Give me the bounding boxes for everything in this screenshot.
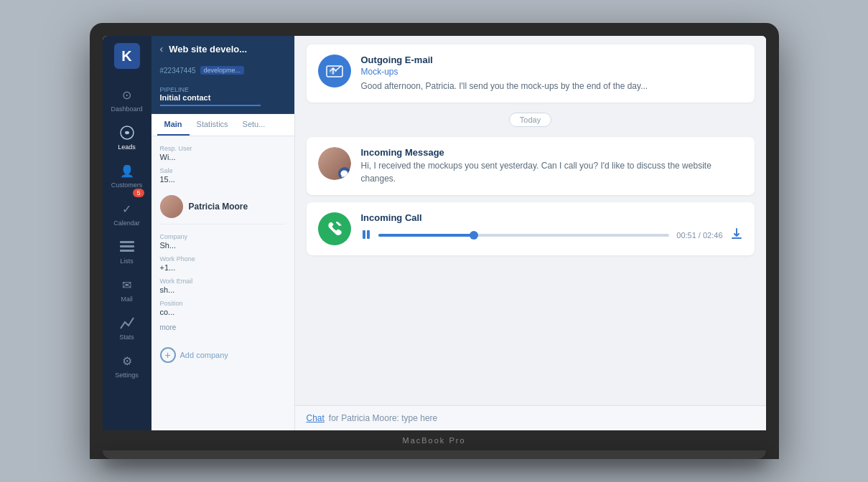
svg-rect-2 (120, 245, 134, 247)
svg-rect-1 (120, 241, 134, 243)
pipeline-label: Pipeline (160, 86, 286, 93)
company-field: Company Sh... (160, 233, 286, 250)
sidebar-item-dashboard[interactable]: ⊙ Dashboard (103, 80, 151, 118)
position-label: Position (160, 300, 286, 307)
chat-placeholder[interactable]: for Patricia Moore: type here (329, 413, 755, 423)
pipeline-underline (160, 105, 261, 106)
sidebar-item-lists[interactable]: Lists (103, 232, 151, 270)
add-circle-icon: + (160, 347, 176, 363)
crm-fields: Resp. user Wi... Sale 15... Patricia Moo… (151, 136, 294, 341)
work-phone-label: Work phone (160, 255, 286, 263)
call-activity-card: Incoming Call (307, 202, 755, 255)
svg-rect-3 (120, 250, 134, 252)
svg-rect-6 (363, 230, 365, 239)
resp-user-field: Resp. user Wi... (160, 145, 286, 161)
more-link[interactable]: more (160, 322, 286, 333)
settings-icon: ⚙ (118, 352, 136, 369)
pause-button[interactable] (361, 230, 371, 242)
resp-user-label: Resp. user (160, 145, 286, 152)
position-value: co... (160, 308, 286, 316)
sidebar-item-leads[interactable]: Leads (103, 118, 151, 156)
audio-progress-track[interactable] (378, 234, 670, 237)
sidebar-item-stats[interactable]: Stats (103, 308, 151, 346)
dashboard-icon: ⊙ (118, 86, 136, 103)
email-subtitle[interactable]: Mock-ups (361, 67, 743, 77)
work-email-value: sh... (160, 285, 286, 294)
tab-statistics[interactable]: Statistics (190, 114, 235, 136)
tab-setup[interactable]: Setu... (235, 114, 273, 136)
today-divider: Today (307, 110, 755, 130)
crm-header: ‹ Web site develo... (151, 36, 294, 62)
audio-progress-thumb (470, 231, 478, 240)
crm-tabs: Main Statistics Setu... (151, 114, 294, 136)
logo-k: K (121, 48, 131, 65)
sale-field: Sale 15... (160, 167, 286, 184)
call-title: Incoming Call (361, 212, 743, 223)
sale-label: Sale (160, 167, 286, 174)
sidebar-item-calendar[interactable]: 5 ✓ Calendar (103, 194, 151, 232)
audio-progress-fill (378, 234, 475, 237)
sidebar-item-mail[interactable]: ✉ Mail (103, 270, 151, 308)
messenger-text: Hi, I received the mockups you sent yest… (361, 159, 743, 185)
crm-panel: ‹ Web site develo... #22347445 developme… (151, 36, 295, 430)
messenger-badge-icon (338, 167, 351, 180)
email-content: Outgoing E-mail Mock-ups Good afternoon,… (361, 55, 743, 93)
company-value: Sh... (160, 241, 286, 250)
laptop-bottom (103, 450, 766, 459)
pipeline-value: Initial contact (160, 93, 286, 102)
mail-icon: ✉ (118, 276, 136, 293)
tab-main[interactable]: Main (157, 114, 190, 136)
resp-user-value: Wi... (160, 153, 286, 161)
customers-icon: 👤 (118, 162, 136, 179)
work-phone-field: Work phone +1... (160, 255, 286, 272)
chat-input-bar: Chat for Patricia Moore: type here (295, 405, 766, 430)
calendar-icon: ✓ (118, 200, 136, 217)
call-content: Incoming Call (361, 212, 743, 243)
sidebar-item-customers[interactable]: 👤 Customers (103, 156, 151, 194)
today-badge: Today (509, 113, 551, 127)
activity-panel: Outgoing E-mail Mock-ups Good afternoon,… (295, 36, 766, 430)
avatar (160, 195, 183, 218)
contact-name[interactable]: Patricia Moore (189, 202, 248, 212)
email-icon (318, 55, 351, 88)
sidebar: K ⊙ Dashboard Leads 👤 Customers (103, 36, 151, 430)
svg-rect-8 (732, 237, 742, 239)
calendar-badge: 5 (133, 189, 144, 197)
main-area: ‹ Web site develo... #22347445 developme… (151, 36, 766, 430)
add-company-button[interactable]: + Add company (151, 341, 294, 369)
company-label: Company (160, 233, 286, 240)
crm-id: #22347445 (160, 67, 196, 75)
sidebar-item-settings[interactable]: ⚙ Settings (103, 346, 151, 384)
work-email-field: Work email sh... (160, 278, 286, 294)
leads-icon (118, 124, 136, 141)
audio-player: 00:51 / 02:46 (361, 227, 743, 243)
position-field: Position co... (160, 300, 286, 316)
stats-icon (118, 314, 136, 331)
svg-rect-7 (367, 230, 370, 239)
back-arrow[interactable]: ‹ (160, 43, 164, 55)
audio-time: 00:51 / 02:46 (676, 231, 722, 240)
activity-feed: Outgoing E-mail Mock-ups Good afternoon,… (295, 36, 766, 405)
messenger-avatar (318, 147, 351, 180)
messenger-title: Incoming Message (361, 147, 743, 158)
laptop-brand: MacBook Pro (402, 436, 465, 445)
crm-pipeline: Pipeline Initial contact (151, 82, 294, 114)
email-title: Outgoing E-mail (361, 55, 743, 65)
download-button[interactable] (730, 227, 743, 243)
chat-link[interactable]: Chat (307, 413, 325, 423)
messenger-content: Incoming Message Hi, I received the mock… (361, 147, 743, 185)
email-activity-card: Outgoing E-mail Mock-ups Good afternoon,… (307, 44, 755, 103)
email-text: Good afternoon, Patricia. I'll send you … (361, 80, 743, 93)
sidebar-logo[interactable]: K (114, 43, 140, 69)
call-icon (318, 212, 351, 245)
work-phone-value: +1... (160, 263, 286, 272)
lists-icon (118, 238, 136, 255)
laptop-chin: MacBook Pro (103, 430, 766, 450)
sale-value: 15... (160, 175, 286, 184)
messenger-activity-card: Incoming Message Hi, I received the mock… (307, 137, 755, 195)
contact-row: Patricia Moore (160, 189, 286, 225)
work-email-label: Work email (160, 278, 286, 285)
add-company-label: Add company (180, 351, 228, 359)
crm-meta: #22347445 developme... (151, 62, 294, 82)
crm-title: Web site develo... (169, 44, 247, 55)
